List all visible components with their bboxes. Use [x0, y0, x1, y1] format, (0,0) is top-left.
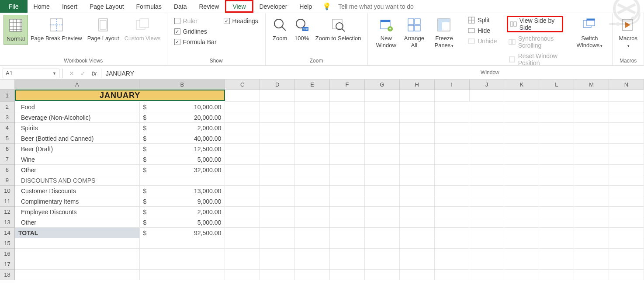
cell[interactable] — [365, 228, 400, 238]
cell[interactable] — [574, 112, 609, 123]
cell[interactable] — [330, 207, 365, 217]
cell[interactable] — [365, 165, 400, 175]
cell[interactable] — [365, 249, 400, 259]
cell[interactable] — [365, 90, 400, 102]
tab-view[interactable]: View — [225, 0, 253, 13]
cell[interactable] — [140, 238, 225, 249]
cell[interactable]: Complimentary Items — [15, 196, 140, 207]
gridlines-checkbox[interactable]: ✓Gridlines — [174, 28, 217, 35]
cell[interactable]: Employee Discounts — [15, 207, 140, 217]
hide-button[interactable]: Hide — [466, 26, 499, 35]
row-header-2[interactable]: 2 — [0, 102, 15, 112]
cell[interactable] — [295, 133, 330, 144]
cell[interactable] — [225, 186, 260, 196]
cell[interactable] — [225, 90, 260, 102]
cell[interactable] — [330, 228, 365, 238]
cell[interactable]: $5,000.00 — [140, 154, 225, 165]
cell[interactable] — [504, 175, 539, 186]
enter-formula-icon[interactable]: ✓ — [80, 70, 86, 77]
cell[interactable] — [330, 154, 365, 165]
cell[interactable] — [539, 133, 574, 144]
col-header-B[interactable]: B — [140, 80, 225, 89]
row-header-3[interactable]: 3 — [0, 112, 15, 123]
cell[interactable] — [504, 217, 539, 228]
cell[interactable] — [400, 175, 435, 186]
cell[interactable] — [435, 112, 470, 123]
cell[interactable] — [574, 154, 609, 165]
cell[interactable] — [574, 259, 609, 270]
cell[interactable] — [260, 238, 295, 249]
cell[interactable] — [609, 270, 644, 280]
cell[interactable] — [539, 249, 574, 259]
cell[interactable] — [539, 228, 574, 238]
cell[interactable] — [539, 123, 574, 133]
cell[interactable] — [330, 175, 365, 186]
cell[interactable] — [469, 207, 504, 217]
cell[interactable] — [469, 249, 504, 259]
cell[interactable] — [15, 249, 140, 259]
col-header-A[interactable]: A — [15, 80, 140, 89]
cell[interactable] — [609, 249, 644, 259]
cell[interactable] — [504, 270, 539, 280]
cell[interactable] — [469, 270, 504, 280]
row-header-17[interactable]: 17 — [0, 259, 15, 270]
cell[interactable] — [539, 186, 574, 196]
cell[interactable] — [539, 90, 574, 102]
cell[interactable]: JANUARY — [15, 90, 225, 101]
row-header-16[interactable]: 16 — [0, 249, 15, 259]
formula-input[interactable]: JANUARY — [101, 70, 644, 77]
cell[interactable] — [400, 90, 435, 102]
col-header-D[interactable]: D — [260, 80, 295, 89]
cell[interactable] — [365, 270, 400, 280]
cell[interactable] — [260, 133, 295, 144]
row-header-7[interactable]: 7 — [0, 154, 15, 165]
row-header-11[interactable]: 11 — [0, 196, 15, 207]
col-header-F[interactable]: F — [330, 80, 365, 89]
cell[interactable]: $20,000.00 — [140, 112, 225, 123]
cell[interactable] — [435, 175, 470, 186]
cell[interactable] — [609, 217, 644, 228]
cell[interactable] — [400, 270, 435, 280]
cell[interactable]: $13,000.00 — [140, 186, 225, 196]
row-header-5[interactable]: 5 — [0, 133, 15, 144]
row-header-9[interactable]: 9 — [0, 175, 15, 186]
cell[interactable] — [574, 217, 609, 228]
cell[interactable]: $5,000.00 — [140, 217, 225, 228]
tab-home[interactable]: Home — [28, 0, 56, 13]
cell[interactable] — [539, 207, 574, 217]
cell[interactable] — [140, 175, 225, 186]
col-header-N[interactable]: N — [609, 80, 644, 89]
cell[interactable]: $12,500.00 — [140, 144, 225, 154]
cell[interactable] — [225, 102, 260, 112]
cell[interactable] — [330, 144, 365, 154]
zoom-button[interactable]: Zoom — [269, 15, 291, 44]
cell[interactable] — [400, 154, 435, 165]
cell[interactable]: $9,000.00 — [140, 196, 225, 207]
cell[interactable] — [295, 249, 330, 259]
cell[interactable] — [469, 112, 504, 123]
cell[interactable] — [365, 133, 400, 144]
cell[interactable] — [469, 217, 504, 228]
tab-page-layout[interactable]: Page Layout — [83, 0, 130, 13]
cell[interactable] — [504, 207, 539, 217]
cell[interactable] — [260, 175, 295, 186]
cell[interactable] — [435, 217, 470, 228]
col-header-E[interactable]: E — [295, 80, 330, 89]
cell[interactable] — [295, 217, 330, 228]
row-header-10[interactable]: 10 — [0, 186, 15, 196]
cell[interactable] — [539, 259, 574, 270]
cell[interactable] — [469, 228, 504, 238]
cell[interactable]: Wine — [15, 154, 140, 165]
headings-checkbox[interactable]: ✓Headings — [224, 17, 258, 24]
row-header-14[interactable]: 14 — [0, 228, 15, 238]
cell[interactable] — [609, 165, 644, 175]
cell[interactable] — [295, 144, 330, 154]
cell[interactable] — [504, 90, 539, 102]
cell[interactable] — [295, 165, 330, 175]
cell[interactable] — [469, 196, 504, 207]
cell[interactable] — [330, 249, 365, 259]
cell[interactable]: Customer Discounts — [15, 186, 140, 196]
cell[interactable]: $2,000.00 — [140, 123, 225, 133]
cell[interactable] — [365, 175, 400, 186]
cell[interactable] — [260, 112, 295, 123]
